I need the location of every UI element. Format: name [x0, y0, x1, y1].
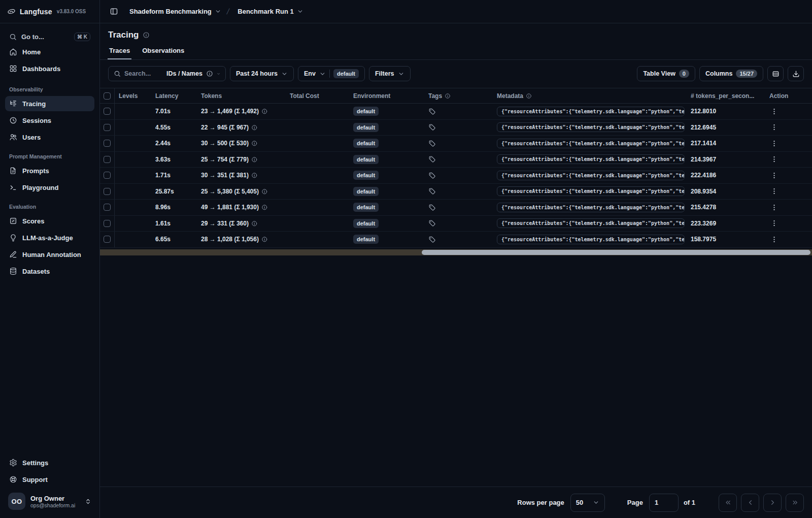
user-account-switcher[interactable]: OO Org Owner ops@shadeform.ai: [5, 489, 94, 515]
info-icon[interactable]: [261, 108, 268, 115]
table-row[interactable]: 8.96s49 → 1,881 (Σ 1,930)default{"resour…: [100, 200, 812, 216]
table-row[interactable]: 1.61s29 → 331 (Σ 360)default{"resourceAt…: [100, 216, 812, 232]
info-icon[interactable]: [251, 124, 258, 131]
col-environment[interactable]: Environment: [349, 92, 424, 100]
sidebar-item[interactable]: Scores: [5, 213, 94, 229]
sidebar-item[interactable]: Support: [5, 472, 94, 487]
info-icon[interactable]: [261, 188, 268, 195]
cell-tags[interactable]: [424, 140, 493, 147]
sidebar-item[interactable]: Tracing: [5, 96, 94, 111]
cell-tags[interactable]: [424, 219, 493, 227]
sidebar-item[interactable]: Home: [5, 44, 94, 59]
cell-tags[interactable]: [424, 204, 493, 211]
filters-dropdown[interactable]: Filters: [369, 66, 411, 81]
tag-icon[interactable]: [428, 155, 436, 163]
col-metadata[interactable]: Metadata: [493, 92, 687, 100]
cell-tags[interactable]: [424, 236, 493, 243]
cell-tags[interactable]: [424, 187, 493, 195]
horizontal-scrollbar[interactable]: [100, 249, 812, 255]
breadcrumb-org[interactable]: Shadeform Benchmarking: [129, 8, 221, 15]
table-row[interactable]: 25.87s25 → 5,380 (Σ 5,405)default{"resou…: [100, 184, 812, 200]
cell-metadata[interactable]: {"resourceAttributes":{"telemetry.sdk.la…: [493, 122, 687, 132]
table-row[interactable]: 4.55s22 → 945 (Σ 967)default{"resourceAt…: [100, 120, 812, 136]
sidebar-item[interactable]: LLM-as-a-Judge: [5, 230, 94, 245]
sidebar-item[interactable]: Playground: [5, 180, 94, 195]
next-page-button[interactable]: [763, 494, 782, 512]
sidebar-toggle-button[interactable]: [107, 5, 121, 19]
metadata-json[interactable]: {"resourceAttributes":{"telemetry.sdk.la…: [497, 122, 685, 132]
table-row[interactable]: 3.63s25 → 754 (Σ 779)default{"resourceAt…: [100, 152, 812, 168]
search-box[interactable]: IDs / Names: [108, 66, 226, 81]
tab-traces[interactable]: Traces: [109, 47, 130, 59]
cell-metadata[interactable]: {"resourceAttributes":{"telemetry.sdk.la…: [493, 186, 687, 196]
tag-icon[interactable]: [428, 236, 436, 243]
metadata-json[interactable]: {"resourceAttributes":{"telemetry.sdk.la…: [497, 235, 685, 244]
metadata-json[interactable]: {"resourceAttributes":{"telemetry.sdk.la…: [497, 218, 685, 228]
goto-button[interactable]: Go to... ⌘ K: [5, 29, 94, 44]
sidebar-item[interactable]: Settings: [5, 455, 94, 470]
info-icon[interactable]: [261, 204, 268, 211]
tag-icon[interactable]: [428, 123, 436, 131]
sidebar-item[interactable]: Datasets: [5, 264, 94, 279]
table-row[interactable]: 7.01s23 → 1,469 (Σ 1,492)default{"resour…: [100, 104, 812, 120]
tag-icon[interactable]: [428, 140, 436, 147]
row-actions-menu[interactable]: [765, 219, 812, 227]
cell-tags[interactable]: [424, 123, 493, 131]
row-actions-menu[interactable]: [765, 204, 812, 211]
export-button[interactable]: [788, 66, 804, 81]
search-input[interactable]: [124, 70, 163, 77]
cell-metadata[interactable]: {"resourceAttributes":{"telemetry.sdk.la…: [493, 203, 687, 212]
sidebar-item[interactable]: Human Annotation: [5, 247, 94, 262]
table-view-button[interactable]: Table View 0: [637, 66, 695, 81]
time-range-dropdown[interactable]: Past 24 hours: [230, 66, 294, 81]
metadata-json[interactable]: {"resourceAttributes":{"telemetry.sdk.la…: [497, 154, 685, 164]
row-checkbox[interactable]: [104, 140, 111, 147]
tag-icon[interactable]: [428, 219, 436, 227]
row-actions-menu[interactable]: [765, 172, 812, 179]
cell-metadata[interactable]: {"resourceAttributes":{"telemetry.sdk.la…: [493, 139, 687, 148]
table-row[interactable]: 6.65s28 → 1,028 (Σ 1,056)default{"resour…: [100, 232, 812, 248]
cell-tags[interactable]: [424, 108, 493, 115]
tag-icon[interactable]: [428, 187, 436, 195]
row-checkbox[interactable]: [104, 188, 111, 195]
metadata-json[interactable]: {"resourceAttributes":{"telemetry.sdk.la…: [497, 186, 685, 196]
row-checkbox[interactable]: [104, 236, 111, 243]
metadata-json[interactable]: {"resourceAttributes":{"telemetry.sdk.la…: [497, 171, 685, 180]
col-levels[interactable]: Levels: [115, 92, 151, 100]
row-actions-menu[interactable]: [765, 140, 812, 147]
row-checkbox[interactable]: [104, 124, 111, 131]
col-tokens[interactable]: Tokens: [197, 92, 286, 100]
sidebar-item[interactable]: Sessions: [5, 113, 94, 128]
tag-icon[interactable]: [428, 172, 436, 179]
page-number-input[interactable]: [650, 499, 678, 506]
col-tags[interactable]: Tags: [424, 92, 493, 100]
select-all-checkbox[interactable]: [104, 92, 111, 100]
columns-button[interactable]: Columns 15/27: [699, 66, 763, 81]
table-row[interactable]: 1.71s30 → 351 (Σ 381)default{"resourceAt…: [100, 168, 812, 184]
row-height-button[interactable]: [767, 66, 784, 81]
table-row[interactable]: 2.44s30 → 500 (Σ 530)default{"resourceAt…: [100, 136, 812, 152]
row-actions-menu[interactable]: [765, 155, 812, 163]
cell-metadata[interactable]: {"resourceAttributes":{"telemetry.sdk.la…: [493, 171, 687, 180]
metadata-json[interactable]: {"resourceAttributes":{"telemetry.sdk.la…: [497, 139, 685, 148]
cell-tags[interactable]: [424, 172, 493, 179]
breadcrumb-project[interactable]: Benchmark Run 1: [238, 8, 303, 15]
info-icon[interactable]: [251, 172, 258, 179]
cell-metadata[interactable]: {"resourceAttributes":{"telemetry.sdk.la…: [493, 235, 687, 244]
tag-icon[interactable]: [428, 108, 436, 115]
last-page-button[interactable]: [786, 494, 804, 512]
cell-tags[interactable]: [424, 155, 493, 163]
first-page-button[interactable]: [719, 494, 737, 512]
col-latency[interactable]: Latency: [151, 92, 197, 100]
env-dropdown[interactable]: Env default: [298, 66, 365, 81]
tab-observations[interactable]: Observations: [142, 47, 184, 59]
info-icon[interactable]: [251, 156, 258, 163]
cell-metadata[interactable]: {"resourceAttributes":{"telemetry.sdk.la…: [493, 218, 687, 228]
row-actions-menu[interactable]: [765, 236, 812, 243]
sidebar-item[interactable]: Users: [5, 130, 94, 145]
row-checkbox[interactable]: [104, 220, 111, 227]
cell-metadata[interactable]: {"resourceAttributes":{"telemetry.sdk.la…: [493, 107, 687, 116]
previous-page-button[interactable]: [741, 494, 759, 512]
row-actions-menu[interactable]: [765, 108, 812, 115]
metadata-json[interactable]: {"resourceAttributes":{"telemetry.sdk.la…: [497, 203, 685, 212]
